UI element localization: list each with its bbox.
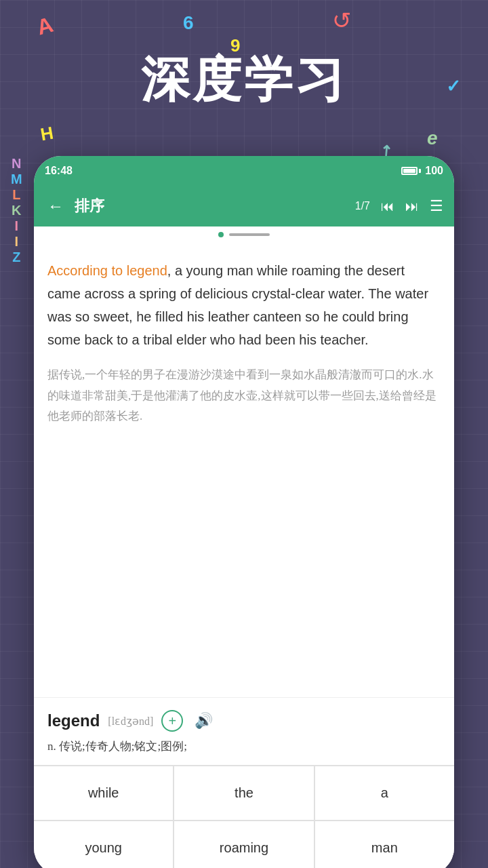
deco-letter-6: 6 (183, 12, 194, 34)
deco-vertical-letters: N M L K I I Z (11, 156, 22, 265)
chinese-translation: 据传说,一个年轻的男子在漫游沙漠途中看到一泉如水晶般清澈而可口的水.水的味道非常… (47, 365, 441, 427)
battery-level: 100 (425, 165, 443, 177)
pager-dot-active (218, 232, 224, 237)
deco-letter-arc: ↺ (332, 7, 351, 34)
pager-line (229, 233, 270, 236)
battery-icon (401, 167, 421, 175)
phone-frame: 16:48 100 ← 排序 1/7 ⏮ ⏭ ☰ (34, 156, 454, 868)
word-choice-while[interactable]: while (34, 766, 173, 820)
next-page-button[interactable]: ⏭ (405, 199, 419, 214)
word-choice-grid: while the a young roaming man (34, 765, 454, 868)
page-title: 深度学习 (0, 47, 488, 113)
english-passage: According to legend, a young man while r… (47, 259, 441, 351)
pager-indicator (34, 226, 454, 243)
word-choice-the[interactable]: the (174, 766, 313, 820)
add-word-button[interactable]: + (161, 710, 183, 732)
word-phonetic: [lɛdʒənd] (108, 715, 153, 728)
word-choice-roaming[interactable]: roaming (174, 821, 313, 868)
word-choice-man[interactable]: man (315, 821, 454, 868)
back-button[interactable]: ← (45, 194, 66, 218)
deco-letter-e: e (427, 127, 438, 149)
status-right: 100 (401, 165, 443, 177)
word-choice-young[interactable]: young (34, 821, 173, 868)
word-header-row: legend [lɛdʒənd] + 🔊 (47, 709, 441, 733)
top-nav-controls: 1/7 ⏮ ⏭ ☰ (355, 197, 443, 215)
menu-button[interactable]: ☰ (430, 197, 443, 215)
play-sound-button[interactable]: 🔊 (191, 709, 216, 733)
top-navigation-bar: ← 排序 1/7 ⏮ ⏭ ☰ (34, 186, 454, 226)
time-display: 16:48 (45, 165, 73, 177)
deco-letter-h: H (39, 123, 55, 146)
page-counter: 1/7 (355, 200, 370, 212)
prev-page-button[interactable]: ⏮ (381, 199, 394, 214)
dictionary-section: legend [lɛdʒənd] + 🔊 n. 传说;传奇人物;铭文;图例; (34, 697, 454, 765)
content-area: According to legend, a young man while r… (34, 243, 454, 868)
deco-letter-a: A (35, 12, 56, 41)
word-choice-a[interactable]: a (315, 766, 454, 820)
passage-section: According to legend, a young man while r… (34, 243, 454, 697)
status-bar: 16:48 100 (34, 156, 454, 186)
highlighted-phrase: According to legend (47, 263, 167, 278)
word-definition: n. 传说;传奇人物;铭文;图例; (47, 738, 441, 754)
word-main: legend (47, 711, 100, 730)
screen-title: 排序 (75, 196, 347, 216)
